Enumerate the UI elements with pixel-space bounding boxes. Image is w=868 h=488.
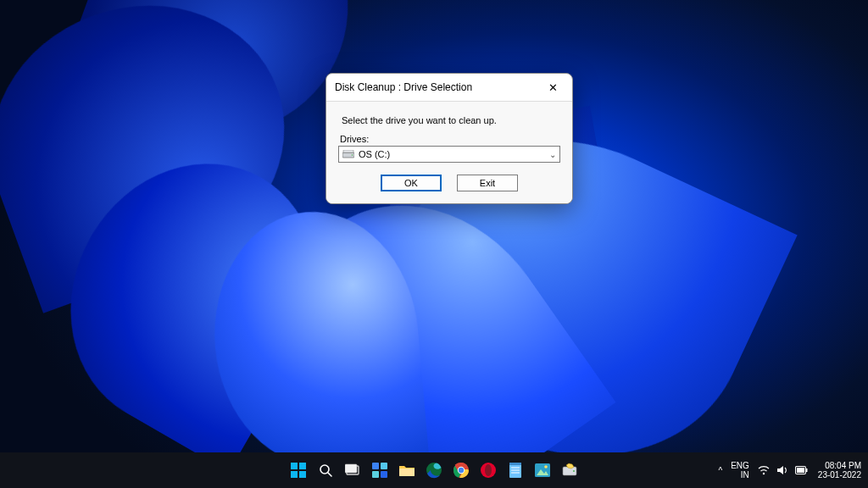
taskbar-icon-file-explorer[interactable] <box>396 459 418 481</box>
svg-rect-12 <box>381 463 387 469</box>
drive-icon <box>342 150 354 158</box>
svg-rect-11 <box>372 463 379 469</box>
svg-rect-10 <box>345 464 357 473</box>
svg-line-8 <box>328 473 331 476</box>
taskbar-icon-chrome[interactable] <box>450 459 472 481</box>
disk-cleanup-icon <box>561 462 578 479</box>
edge-icon <box>426 462 442 479</box>
language-indicator[interactable]: ENG IN <box>731 461 749 480</box>
svg-rect-6 <box>299 471 306 478</box>
drive-select[interactable]: OS (C:) ⌄ <box>338 146 560 163</box>
widgets-icon <box>372 463 387 478</box>
clock[interactable]: 08:04 PM 23-01-2022 <box>818 461 861 480</box>
dialog-instruction: Select the drive you want to clean up. <box>342 115 560 125</box>
region-code: IN <box>731 470 749 480</box>
file-explorer-icon <box>398 463 415 478</box>
svg-rect-3 <box>291 463 298 469</box>
ok-button[interactable]: OK <box>381 175 442 191</box>
svg-rect-5 <box>291 471 298 478</box>
clock-time: 08:04 PM <box>818 461 861 470</box>
close-icon: ✕ <box>548 81 558 94</box>
chevron-down-icon: ⌄ <box>549 150 556 159</box>
battery-icon <box>795 465 808 475</box>
svg-rect-1 <box>343 150 353 152</box>
chrome-icon <box>453 462 470 479</box>
dialog-body: Select the drive you want to clean up. D… <box>326 102 572 203</box>
svg-point-19 <box>459 468 464 473</box>
start-icon <box>291 463 306 478</box>
taskbar-icon-disk-cleanup[interactable] <box>559 459 581 481</box>
svg-point-32 <box>763 473 765 474</box>
drive-select-value: OS (C:) <box>359 149 390 159</box>
search-icon <box>318 463 333 478</box>
taskbar-icon-search[interactable] <box>314 459 337 481</box>
volume-icon <box>776 464 788 476</box>
taskbar-center <box>287 459 581 481</box>
wifi-icon <box>758 464 770 476</box>
taskbar-icon-start[interactable] <box>287 459 309 481</box>
taskbar-icon-photos[interactable] <box>531 459 554 481</box>
task-view-icon <box>345 463 360 478</box>
taskbar: ^ ENG IN 08:04 PM 23-01-2022 <box>0 452 868 488</box>
svg-rect-23 <box>509 463 521 465</box>
svg-rect-4 <box>299 463 306 469</box>
svg-point-2 <box>352 154 353 156</box>
dialog-button-row: OK Exit <box>338 175 560 191</box>
dialog-titlebar[interactable]: Disk Cleanup : Drive Selection ✕ <box>326 74 572 102</box>
dialog-title: Disk Cleanup : Drive Selection <box>335 81 472 93</box>
svg-rect-36 <box>797 468 804 473</box>
svg-rect-13 <box>372 471 379 478</box>
svg-marker-33 <box>777 466 783 474</box>
taskbar-icon-task-view[interactable] <box>342 459 364 481</box>
close-button[interactable]: ✕ <box>540 79 565 96</box>
tray-overflow-icon[interactable]: ^ <box>718 466 722 475</box>
taskbar-icon-edge[interactable] <box>423 459 445 481</box>
language-code: ENG <box>731 461 749 470</box>
opera-icon <box>480 462 497 479</box>
notepad-icon <box>508 462 523 479</box>
desktop: Disk Cleanup : Drive Selection ✕ Select … <box>0 0 868 488</box>
taskbar-icon-opera[interactable] <box>477 459 499 481</box>
svg-rect-15 <box>399 469 415 476</box>
svg-point-31 <box>573 470 575 472</box>
clock-date: 23-01-2022 <box>818 470 861 480</box>
system-tray[interactable] <box>758 464 808 476</box>
svg-point-29 <box>544 465 548 469</box>
drives-label: Drives: <box>340 134 560 144</box>
photos-icon <box>534 463 551 478</box>
svg-rect-14 <box>381 471 387 478</box>
svg-point-21 <box>485 464 492 476</box>
disk-cleanup-dialog: Disk Cleanup : Drive Selection ✕ Select … <box>326 73 573 204</box>
exit-button[interactable]: Exit <box>457 175 518 191</box>
taskbar-icon-notepad[interactable] <box>504 459 526 481</box>
taskbar-icon-widgets[interactable] <box>369 459 391 481</box>
svg-rect-35 <box>806 469 808 472</box>
taskbar-right: ^ ENG IN 08:04 PM 23-01-2022 <box>718 461 863 480</box>
